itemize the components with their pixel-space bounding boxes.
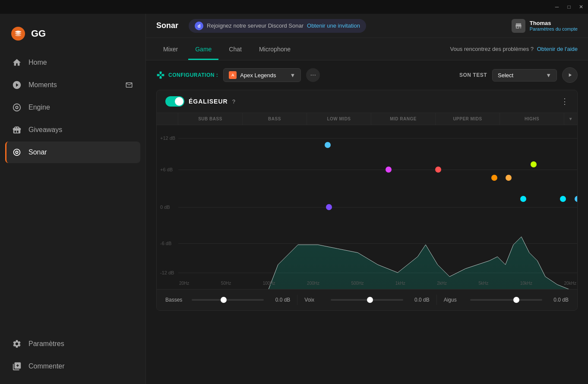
freq-band-mid-range: MID RANGE <box>371 113 436 125</box>
son-test-selected: Select <box>498 72 513 79</box>
freq-50hz: 50Hz <box>221 281 231 286</box>
sidebar-bottom: Paramètres Commenter <box>0 333 145 377</box>
sidebar-item-giveaways[interactable]: Giveaways <box>5 119 140 141</box>
more-options-button[interactable]: ··· <box>306 68 320 82</box>
sidebar-item-sonar[interactable]: Sonar <box>5 142 140 163</box>
main-content: Sonar d Rejoignez notre serveur Discord … <box>146 14 588 384</box>
header-user[interactable]: Thomas Paramètres du compte <box>512 19 578 33</box>
voix-value: 0.0 dB <box>410 297 430 303</box>
freq-200hz: 200Hz <box>307 281 319 286</box>
eq-dot-blue-high[interactable] <box>325 142 331 148</box>
aigus-label: Aigus <box>444 297 463 303</box>
page-title: Sonar <box>156 21 178 30</box>
minimize-button[interactable]: ─ <box>553 3 560 10</box>
freq-500hz: 500Hz <box>351 281 364 286</box>
slider-divider-2 <box>436 295 437 305</box>
freq-20hz: 20Hz <box>179 281 189 286</box>
tab-chat[interactable]: Chat <box>222 38 249 60</box>
eq-dot-orange-1[interactable] <box>491 175 497 181</box>
eq-dot-pink[interactable] <box>386 167 392 173</box>
eq-curve-svg <box>178 125 577 289</box>
freq-band-arrow[interactable]: ▼ <box>564 113 577 125</box>
giveaways-icon <box>12 125 22 135</box>
play-button[interactable] <box>562 67 578 83</box>
freq-band-highs: HIGHS <box>500 113 564 125</box>
son-test-label: SON TEST <box>459 72 487 78</box>
apex-legends-icon: A <box>229 71 237 79</box>
sidebar-item-commenter[interactable]: Commenter <box>5 356 140 377</box>
tab-game[interactable]: Game <box>188 38 218 60</box>
app-body: GG Home Moments <box>0 14 588 384</box>
titlebar: ─ □ ✕ <box>0 0 588 14</box>
help-link[interactable]: Obtenir de l'aide <box>537 46 578 52</box>
eq-chart: +12 dB +6 dB 0 dB -6 dB -12 dB <box>157 125 577 289</box>
eq-dot-cyan-1[interactable] <box>520 196 526 202</box>
voix-slider-thumb[interactable] <box>367 297 373 303</box>
basses-slider-thumb[interactable] <box>221 297 227 303</box>
db-label-12: +12 dB <box>160 135 175 141</box>
eq-dot-red[interactable] <box>435 167 441 173</box>
sidebar-item-giveaways-label: Giveaways <box>28 126 62 134</box>
freq-100hz: 100Hz <box>263 281 275 286</box>
user-info: Thomas Paramètres du compte <box>530 20 578 31</box>
account-settings-link[interactable]: Paramètres du compte <box>530 26 578 31</box>
config-row: CONFIGURATION : A Apex Legends ▼ ··· SON… <box>146 60 588 90</box>
freq-band-low-mids: LOW MIDS <box>307 113 371 125</box>
db-label-minus12: -12 dB <box>160 270 174 275</box>
tabs-help: Vous rencontrez des problèmes ? Obtenir … <box>450 46 578 52</box>
sidebar-nav: Home Moments Engine <box>0 52 145 333</box>
freq-2khz: 2kHz <box>437 281 447 286</box>
freq-labels: 20Hz 50Hz 100Hz 200Hz 500Hz 1kHz 2kHz 5k… <box>178 281 577 286</box>
home-icon <box>12 58 22 67</box>
eq-more-button[interactable]: ⋮ <box>561 97 569 106</box>
game-select-dropdown[interactable]: A Apex Legends ▼ <box>223 68 301 82</box>
maximize-button[interactable]: □ <box>566 3 572 10</box>
header: Sonar d Rejoignez notre serveur Discord … <box>146 14 588 38</box>
eq-dot-yellow-green[interactable] <box>531 161 537 167</box>
freq-band-upper-mids: UPPER MIDS <box>436 113 500 125</box>
discord-text: Rejoignez notre serveur Discord Sonar <box>207 22 303 29</box>
freq-5khz: 5kHz <box>478 281 488 286</box>
aigus-slider-thumb[interactable] <box>513 297 519 303</box>
sidebar-item-engine-label: Engine <box>28 104 50 111</box>
discord-link[interactable]: Obtenir une invitation <box>307 22 360 29</box>
steelseries-logo-icon <box>10 26 26 41</box>
engine-icon <box>12 103 22 112</box>
voix-slider-track[interactable] <box>331 299 403 301</box>
son-test-chevron-icon: ▼ <box>546 72 551 79</box>
eq-dot-purple[interactable] <box>326 204 332 210</box>
close-button[interactable]: ✕ <box>578 3 585 10</box>
aigus-slider-track[interactable] <box>470 299 542 301</box>
sidebar-item-moments[interactable]: Moments <box>5 74 140 96</box>
sidebar-item-parametres[interactable]: Paramètres <box>5 333 140 355</box>
freq-1khz: 1kHz <box>395 281 405 286</box>
eq-title: ÉGALISEUR <box>189 98 228 105</box>
freq-band-sub-bass: SUB BASS <box>178 113 243 125</box>
discord-banner[interactable]: d Rejoignez notre serveur Discord Sonar … <box>189 19 366 33</box>
eq-dot-orange-2[interactable] <box>506 175 512 181</box>
config-label: CONFIGURATION : <box>156 71 218 79</box>
eq-dot-cyan-2[interactable] <box>560 196 566 202</box>
sidebar-item-home[interactable]: Home <box>5 52 140 73</box>
son-test-select[interactable]: Select ▼ <box>492 69 557 82</box>
sonar-icon <box>12 148 22 157</box>
sliders-row: Basses 0.0 dB Voix 0.0 dB Aigus <box>157 289 577 310</box>
freq-10khz: 10kHz <box>520 281 532 286</box>
settings-icon <box>12 339 22 349</box>
sidebar-item-engine[interactable]: Engine <box>5 97 140 118</box>
sidebar-item-moments-label: Moments <box>28 81 57 89</box>
eq-help-icon[interactable]: ? <box>232 98 235 105</box>
eq-toggle[interactable] <box>165 96 184 107</box>
content-area: Mixer Game Chat Microphone Vous rencontr… <box>146 38 588 384</box>
freq-band-empty <box>157 113 178 125</box>
freq-band-bass: BASS <box>243 113 307 125</box>
moments-badge <box>125 81 133 89</box>
gamepad-icon <box>156 71 165 79</box>
tab-microphone[interactable]: Microphone <box>252 38 297 60</box>
sidebar-item-commenter-label: Commenter <box>28 362 65 370</box>
basses-slider-track[interactable] <box>192 299 264 301</box>
tab-mixer[interactable]: Mixer <box>156 38 185 60</box>
logo-text: GG <box>31 28 46 39</box>
user-avatar <box>512 19 525 33</box>
selected-game: Apex Legends <box>240 72 276 79</box>
